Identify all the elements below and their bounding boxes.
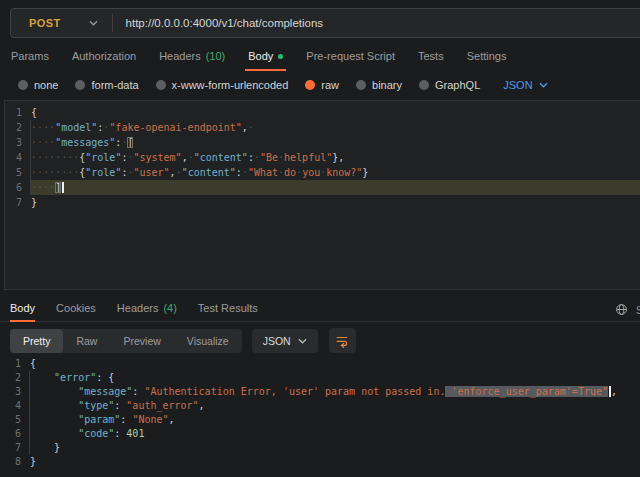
mode-none[interactable]: none <box>18 79 58 91</box>
mode-label: binary <box>372 79 402 91</box>
mode-raw[interactable]: raw <box>305 79 339 91</box>
code-line: 3 "message": "Authentication Error, 'use… <box>4 385 640 399</box>
mode-x-www-form-urlencoded[interactable]: x-www-form-urlencoded <box>156 79 289 91</box>
mode-form-data[interactable]: form-data <box>75 79 138 91</box>
line-number: 7 <box>5 195 31 210</box>
response-tab-cookies[interactable]: Cookies <box>56 302 96 322</box>
raw-type-select[interactable]: JSON <box>503 79 547 91</box>
line-number: 8 <box>4 455 30 469</box>
tab-prerequest-script[interactable]: Pre-request Script <box>306 50 395 71</box>
view-pretty[interactable]: Pretty <box>10 329 63 353</box>
code-line: 4 "type": "auth_error", <box>4 399 640 413</box>
response-code: 1{2 "error": {3 "message": "Authenticati… <box>4 357 640 469</box>
code-line: 2 "error": { <box>4 371 640 385</box>
tab-params[interactable]: Params <box>11 50 49 71</box>
view-visualize[interactable]: Visualize <box>174 329 242 353</box>
line-number: 3 <box>5 135 31 150</box>
tab-headers[interactable]: Headers(10) <box>159 50 225 71</box>
radio-selected-icon <box>305 80 315 90</box>
line-number: 3 <box>4 385 30 399</box>
code-line: 1{ <box>5 105 640 120</box>
response-body-viewer[interactable]: 1{2 "error": {3 "message": "Authenticati… <box>4 357 640 469</box>
divider <box>112 14 113 32</box>
chevron-down-icon <box>298 338 307 344</box>
code-line-content: } <box>29 441 640 455</box>
code-line: 8} <box>4 455 640 469</box>
mode-graphql[interactable]: GraphQL <box>419 79 480 91</box>
tab-label: Headers <box>117 302 159 314</box>
tab-body[interactable]: Body <box>248 50 283 71</box>
code-line: 2····"model":·"fake-openai-endpoint",· <box>5 120 640 135</box>
code-line: 6 "code": 401 <box>4 427 640 441</box>
mode-label: none <box>34 79 58 91</box>
request-tabs: Params Authorization Headers(10) Body Pr… <box>11 50 506 71</box>
code-line-content: ········{"role":·"user",·"content":·"Wha… <box>30 165 640 180</box>
tab-authorization[interactable]: Authorization <box>72 50 136 71</box>
line-number: 5 <box>5 165 31 180</box>
postman-app: { "colors": { "accent_orange": "#ff6c37"… <box>0 0 640 477</box>
code-line-content: "error": { <box>29 371 640 385</box>
response-tab-headers[interactable]: Headers(4) <box>117 302 177 322</box>
code-line: 3····"messages":·[ <box>5 135 640 150</box>
response-tab-test-results[interactable]: Test Results <box>198 302 258 322</box>
url-input[interactable]: http://0.0.0.0:4000/v1/chat/completions <box>126 17 324 29</box>
code-line-content: "param": "None", <box>29 413 640 427</box>
body-mode-row: none form-data x-www-form-urlencoded raw… <box>18 79 548 91</box>
tab-label: Body <box>248 50 273 62</box>
tab-label: Params <box>11 50 49 62</box>
tab-label: Test Results <box>198 302 258 314</box>
line-number: 2 <box>4 371 30 385</box>
word-wrap-button[interactable] <box>329 328 356 353</box>
line-number: 4 <box>5 150 31 165</box>
radio-icon <box>419 80 429 90</box>
code-line-content: "type": "auth_error", <box>29 399 640 413</box>
mode-label: raw <box>321 79 339 91</box>
request-url-bar: POST http://0.0.0.0:4000/v1/chat/complet… <box>10 8 640 38</box>
line-number: 6 <box>5 180 31 195</box>
mode-label: GraphQL <box>435 79 480 91</box>
line-number: 2 <box>5 120 31 135</box>
response-tab-body[interactable]: Body <box>10 302 35 322</box>
code-line-content: } <box>30 455 640 469</box>
code-line-content: { <box>31 105 640 120</box>
tab-label: Headers <box>159 50 201 62</box>
request-code: 1{2····"model":·"fake-openai-endpoint",·… <box>5 105 640 210</box>
code-line: 7} <box>5 195 640 210</box>
headers-count-badge: (10) <box>206 50 226 62</box>
tab-label: Body <box>10 302 35 314</box>
tab-tests[interactable]: Tests <box>418 50 444 71</box>
tab-label: Authorization <box>72 50 136 62</box>
code-line-content: ····"model":·"fake-openai-endpoint",· <box>30 120 640 135</box>
view-raw[interactable]: Raw <box>63 329 110 353</box>
code-line-content: "message": "Authentication Error, 'user'… <box>29 385 640 399</box>
radio-icon <box>18 80 28 90</box>
line-number: 1 <box>4 357 30 371</box>
radio-icon <box>356 80 366 90</box>
code-line: 5········{"role":·"user",·"content":·"Wh… <box>5 165 640 180</box>
line-number: 4 <box>4 399 30 413</box>
word-wrap-icon <box>335 334 349 348</box>
code-line: 7 } <box>4 441 640 455</box>
mode-label: x-www-form-urlencoded <box>172 79 289 91</box>
line-number: 5 <box>4 413 30 427</box>
code-line-content: ····"messages":·[ <box>30 135 640 150</box>
response-type-select[interactable]: JSON <box>252 329 318 353</box>
text-cursor <box>62 182 64 193</box>
globe-icon[interactable] <box>615 303 628 316</box>
method-selector[interactable]: POST <box>11 17 61 29</box>
tab-label: Pre-request Script <box>306 50 395 62</box>
chevron-down-icon[interactable] <box>89 20 98 26</box>
tab-label: Tests <box>418 50 444 62</box>
code-line: 6····] <box>5 180 640 195</box>
body-modified-dot-icon <box>278 54 283 59</box>
request-body-editor[interactable]: 1{2····"model":·"fake-openai-endpoint",·… <box>4 100 640 290</box>
radio-icon <box>75 80 85 90</box>
code-line-content: ····] <box>30 180 640 195</box>
code-line-content: "code": 401 <box>29 427 640 441</box>
tab-settings[interactable]: Settings <box>467 50 507 71</box>
view-preview[interactable]: Preview <box>110 329 173 353</box>
mode-binary[interactable]: binary <box>356 79 402 91</box>
headers-count-badge: (4) <box>163 302 176 314</box>
line-number: 7 <box>4 441 30 455</box>
response-tabs: Body Cookies Headers(4) Test Results <box>10 302 258 322</box>
